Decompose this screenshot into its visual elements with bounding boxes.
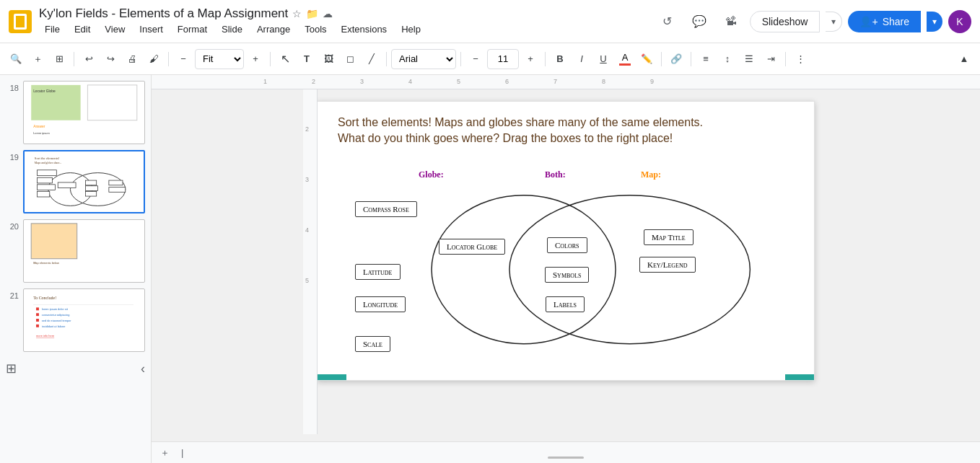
map-title-box[interactable]: Map Title xyxy=(644,229,694,245)
vruler-2: 2 xyxy=(305,125,309,133)
svg-text:Maps and globes share...: Maps and globes share... xyxy=(35,162,62,164)
slide-canvas: Sort the elements! Maps and globes share… xyxy=(317,101,815,381)
slide-preview-18[interactable]: Locator Globe Answer Lorem ipsum xyxy=(23,81,145,144)
menu-tools[interactable]: Tools xyxy=(299,22,332,36)
ruler-mark-8: 8 xyxy=(602,78,605,85)
link-button[interactable]: 🔗 xyxy=(666,49,686,69)
labels-box[interactable]: Labels xyxy=(546,296,585,312)
more-options-button[interactable]: ⋮ xyxy=(790,49,810,69)
slide-number-18: 18 xyxy=(6,84,19,92)
venn-diagram: Globe: Both: Map: Compass Rose Latitude … xyxy=(361,159,800,366)
menu-format[interactable]: Format xyxy=(172,22,213,36)
zoom-in-button[interactable]: + xyxy=(245,49,266,69)
menu-slide[interactable]: Slide xyxy=(216,22,248,36)
slide-preview-19[interactable]: Sort the elements! Maps and globes share… xyxy=(23,150,145,213)
slide-thumb-18[interactable]: 18 Locator Globe Answer Lorem ipsum xyxy=(6,81,145,144)
star-icon[interactable]: ☆ xyxy=(292,8,302,19)
italic-button[interactable]: I xyxy=(572,49,592,69)
svg-rect-11 xyxy=(38,170,57,176)
key-legend-box[interactable]: Key/Legend xyxy=(639,257,696,273)
font-size-increase-button[interactable]: + xyxy=(520,49,541,69)
compass-rose-box[interactable]: Compass Rose xyxy=(355,201,417,217)
slide-number-20: 20 xyxy=(6,222,19,231)
menu-extensions[interactable]: Extensions xyxy=(336,22,393,36)
doc-title: Ky'lon Fields - Elements of a Map Assign… xyxy=(39,6,288,21)
longitude-box[interactable]: Longitude xyxy=(355,296,406,312)
underline-button[interactable]: U xyxy=(593,49,613,69)
horizontal-ruler: 1 2 3 4 5 6 7 8 9 xyxy=(152,75,980,89)
svg-text:Answer: Answer xyxy=(33,125,45,128)
slide-thumb-20[interactable]: 20 Map elements below xyxy=(6,219,145,283)
slide-preview-21[interactable]: To Conclude! lorem ipsum dolor sit conse… xyxy=(23,288,145,352)
locator-globe-box[interactable]: Locator Globe xyxy=(439,239,505,255)
svg-text:lorem ipsum dolor sit: lorem ipsum dolor sit xyxy=(42,307,69,311)
slide-thumb-19[interactable]: 19 Sort the elements! Maps and globes sh… xyxy=(6,150,145,213)
zoom-out-button[interactable]: − xyxy=(173,49,193,69)
grid-button[interactable]: ⊞ xyxy=(49,49,69,69)
redo-button[interactable]: ↪ xyxy=(100,49,121,69)
menu-arrange[interactable]: Arrange xyxy=(251,22,296,36)
map-label: Map: xyxy=(641,169,661,180)
font-size-input[interactable] xyxy=(487,49,519,69)
colors-box[interactable]: Colors xyxy=(547,237,587,253)
text-color-button[interactable]: A xyxy=(615,49,635,69)
menu-file[interactable]: File xyxy=(39,22,66,36)
svg-rect-20 xyxy=(109,188,126,193)
present-button[interactable]: 📽 xyxy=(718,9,744,35)
menu-help[interactable]: Help xyxy=(395,22,426,36)
slide-number-21: 21 xyxy=(6,291,19,300)
menu-view[interactable]: View xyxy=(99,22,131,36)
svg-text:incididunt ut labore: incididunt ut labore xyxy=(42,325,66,328)
share-arrow-button[interactable]: ▾ xyxy=(927,12,942,32)
undo-button[interactable]: ↩ xyxy=(79,49,99,69)
align-button[interactable]: ≡ xyxy=(696,49,716,69)
line-tool-button[interactable]: ╱ xyxy=(362,49,382,69)
latitude-box[interactable]: Latitude xyxy=(355,264,401,280)
add-button[interactable]: ＋ xyxy=(27,49,48,69)
svg-rect-17 xyxy=(85,186,97,191)
font-family-select[interactable]: Arial xyxy=(391,49,456,69)
svg-rect-19 xyxy=(109,180,123,185)
share-button[interactable]: 👤+ Share xyxy=(848,11,921,32)
collapse-sidebar-button[interactable]: ‹ xyxy=(141,361,145,376)
add-slide-button[interactable]: ＋ xyxy=(160,446,170,459)
avatar[interactable]: K xyxy=(948,10,971,33)
collapse-button[interactable]: ▲ xyxy=(954,49,974,69)
svg-text:To Conclude!: To Conclude! xyxy=(33,296,56,300)
cloud-icon[interactable]: ☁ xyxy=(323,8,333,19)
paint-format-button[interactable]: 🖌 xyxy=(144,49,164,69)
scale-box[interactable]: Scale xyxy=(355,336,390,352)
folder-icon[interactable]: 📁 xyxy=(306,8,318,19)
search-button[interactable]: 🔍 xyxy=(6,49,26,69)
slide-thumb-21[interactable]: 21 To Conclude! lorem ipsum dolor sit co… xyxy=(6,288,145,352)
svg-rect-14 xyxy=(38,191,50,197)
both-label: Both: xyxy=(545,169,566,180)
image-tool-button[interactable]: 🖼 xyxy=(318,49,338,69)
font-size-decrease-button[interactable]: − xyxy=(465,49,486,69)
menu-edit[interactable]: Edit xyxy=(69,22,96,36)
slide-title: Sort the elements! Maps and globes share… xyxy=(338,115,794,147)
svg-text:sed do eiusmod tempor: sed do eiusmod tempor xyxy=(42,319,71,322)
highlight-button[interactable]: ✏️ xyxy=(636,49,657,69)
slideshow-button[interactable]: Slideshow xyxy=(750,11,821,32)
slide-preview-20[interactable]: Map elements below xyxy=(23,219,145,283)
list-button[interactable]: ☰ xyxy=(739,49,759,69)
shapes-tool-button[interactable]: ◻ xyxy=(340,49,360,69)
history-button[interactable]: ↺ xyxy=(655,9,681,35)
svg-rect-22 xyxy=(31,224,77,259)
comment-button[interactable]: 💬 xyxy=(686,9,712,35)
line-spacing-button[interactable]: ↕ xyxy=(717,49,738,69)
print-button[interactable]: 🖨 xyxy=(122,49,142,69)
svg-text:consectetur adipiscing: consectetur adipiscing xyxy=(42,313,69,317)
zoom-select[interactable]: Fit 50% 75% 100% xyxy=(195,49,244,69)
cursor-tool-button[interactable]: ↖ xyxy=(275,49,295,69)
text-tool-button[interactable]: T xyxy=(297,49,317,69)
bold-button[interactable]: B xyxy=(550,49,570,69)
slideshow-arrow-button[interactable]: ▾ xyxy=(826,12,842,32)
grid-view-button[interactable]: ⊞ xyxy=(6,361,17,376)
bottom-left-indicator xyxy=(318,374,346,380)
indent-button[interactable]: ⇥ xyxy=(761,49,781,69)
symbols-box[interactable]: Symbols xyxy=(545,267,589,283)
sidebar-controls: ⊞ ‹ xyxy=(6,358,145,379)
menu-insert[interactable]: Insert xyxy=(134,22,169,36)
